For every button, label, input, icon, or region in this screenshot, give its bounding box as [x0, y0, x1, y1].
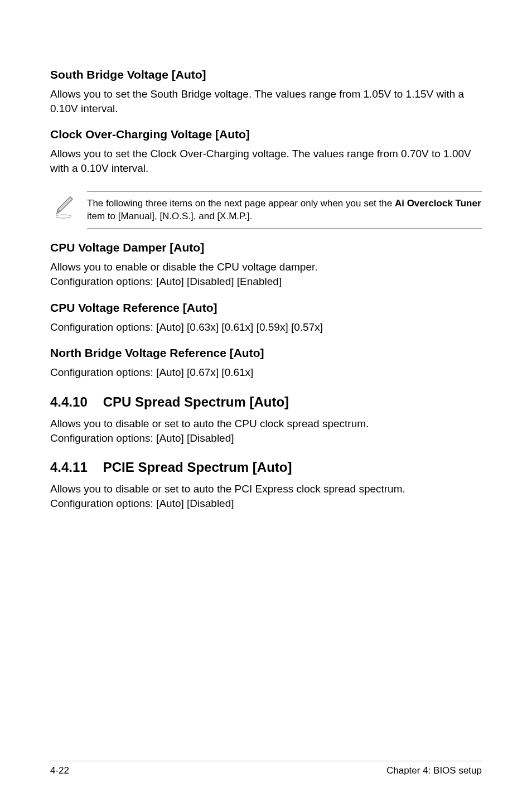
section-4410-title: CPU Spread Spectrum [Auto] — [103, 394, 289, 410]
note-prefix: The following three items on the next pa… — [87, 198, 395, 209]
cpu-damper-body1: Allows you to enable or disable the CPU … — [50, 260, 482, 274]
note-pencil-icon — [50, 192, 77, 219]
page-footer: 4-22 Chapter 4: BIOS setup — [50, 761, 482, 776]
cpu-damper-body2: Configuration options: [Auto] [Disabled]… — [50, 274, 482, 289]
note-suffix: item to [Manual], [N.O.S.], and [X.M.P.]… — [87, 211, 252, 221]
section-4410-body2: Configuration options: [Auto] [Disabled] — [50, 431, 482, 446]
note-text-wrapper: The following three items on the next pa… — [87, 191, 482, 229]
note-callout: The following three items on the next pa… — [50, 191, 482, 229]
section-4410-heading: 4.4.10 CPU Spread Spectrum [Auto] — [50, 394, 482, 410]
section-4410-num: 4.4.10 — [50, 394, 88, 410]
clock-over-body: Allows you to set the Clock Over-Chargin… — [50, 147, 482, 175]
nb-ref-heading: North Bridge Voltage Reference [Auto] — [50, 346, 482, 360]
section-4411-body2: Configuration options: [Auto] [Disabled] — [50, 496, 482, 511]
cpu-ref-body: Configuration options: [Auto] [0.63x] [0… — [50, 320, 482, 335]
footer-page-number: 4-22 — [50, 765, 69, 776]
footer-chapter-label: Chapter 4: BIOS setup — [386, 765, 482, 776]
cpu-damper-heading: CPU Voltage Damper [Auto] — [50, 241, 482, 254]
note-bold: Ai Overclock Tuner — [395, 198, 481, 209]
section-4411-body1: Allows you to disable or set to auto the… — [50, 482, 482, 496]
note-text: The following three items on the next pa… — [87, 197, 482, 223]
section-4411-num: 4.4.11 — [50, 460, 88, 475]
svg-line-1 — [59, 198, 71, 210]
cpu-ref-heading: CPU Voltage Reference [Auto] — [50, 301, 482, 315]
south-bridge-heading: South Bridge Voltage [Auto] — [50, 68, 482, 81]
section-4411-title: PCIE Spread Spectrum [Auto] — [103, 460, 292, 475]
svg-point-0 — [56, 215, 71, 218]
section-4411-heading: 4.4.11 PCIE Spread Spectrum [Auto] — [50, 460, 482, 475]
south-bridge-body: Allows you to set the South Bridge volta… — [50, 87, 482, 115]
section-4410-body1: Allows you to disable or set to auto the… — [50, 417, 482, 431]
clock-over-heading: Clock Over-Charging Voltage [Auto] — [50, 128, 482, 141]
nb-ref-body: Configuration options: [Auto] [0.67x] [0… — [50, 365, 482, 380]
